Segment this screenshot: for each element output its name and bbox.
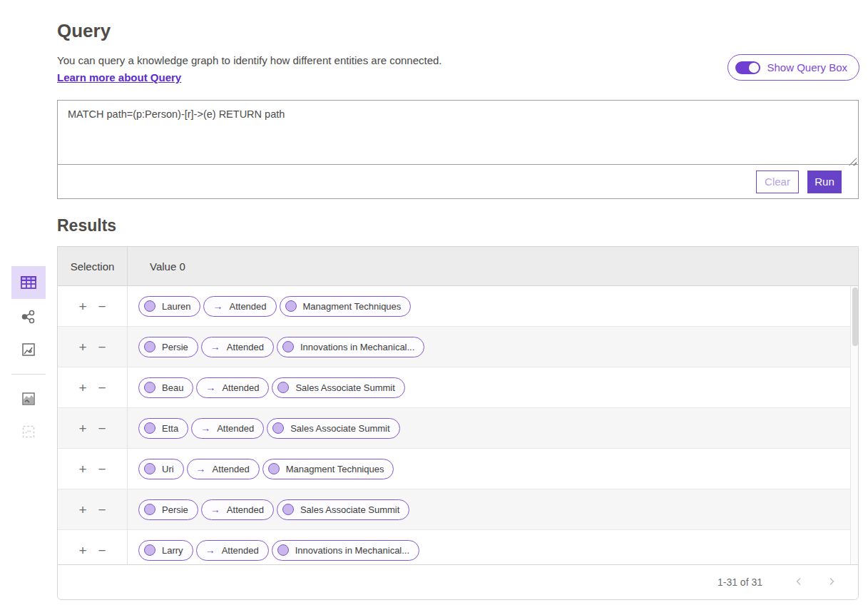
chart-view-icon xyxy=(21,342,36,357)
table-row: + − Persie → Attended Innovations in Mec… xyxy=(58,327,858,367)
entity-pill[interactable]: Uri xyxy=(138,459,184,479)
entity-pill[interactable]: Sales Associate Summit xyxy=(272,377,404,398)
entity-pill[interactable]: Etta xyxy=(138,418,188,439)
entity-node-icon xyxy=(144,382,155,393)
relationship-label: Attended xyxy=(222,382,259,393)
row-value-cell: Uri → Attended Managment Techniques xyxy=(128,459,394,479)
scrollbar-thumb[interactable] xyxy=(852,288,858,346)
entity-pill[interactable]: Managment Techniques xyxy=(262,459,394,479)
relationship-pill[interactable]: → Attended xyxy=(201,337,274,357)
graph-view-icon xyxy=(20,308,37,325)
learn-more-link[interactable]: Learn more about Query xyxy=(57,71,181,83)
sidebar-item-map-view[interactable] xyxy=(11,382,46,415)
show-query-box-toggle[interactable]: Show Query Box xyxy=(727,54,859,81)
remove-from-selection-button[interactable]: − xyxy=(98,381,106,395)
view-sidebar xyxy=(11,266,46,448)
entity-node-icon xyxy=(144,544,155,556)
toggle-knob xyxy=(749,63,759,73)
entity-node-icon xyxy=(285,300,297,312)
add-to-selection-button[interactable]: + xyxy=(78,381,86,395)
remove-from-selection-button[interactable]: − xyxy=(98,544,106,557)
remove-from-selection-button[interactable]: − xyxy=(98,422,106,435)
add-to-selection-button[interactable]: + xyxy=(78,422,86,435)
remove-from-selection-button[interactable]: − xyxy=(98,300,106,313)
entity-pill[interactable]: Innovations in Mechanical... xyxy=(277,337,424,357)
run-button[interactable]: Run xyxy=(807,171,842,193)
row-value-cell: Persie → Attended Sales Associate Summit xyxy=(128,499,409,520)
relationship-pill[interactable]: → Attended xyxy=(196,540,269,561)
relationship-label: Attended xyxy=(213,464,250,474)
entity-node-icon xyxy=(282,504,294,515)
clear-button[interactable]: Clear xyxy=(756,171,799,193)
entity-pill[interactable]: Sales Associate Summit xyxy=(277,499,409,520)
toggle-label: Show Query Box xyxy=(767,61,847,73)
row-selection-cell: + − xyxy=(58,286,128,326)
table-row: + − Larry → Attended Innovations in Mech… xyxy=(58,530,858,564)
entity-pill[interactable]: Lauren xyxy=(138,296,200,317)
entity-pill[interactable]: Larry xyxy=(138,540,193,561)
entity-node-icon xyxy=(144,341,155,352)
entity-label: Lauren xyxy=(162,301,190,312)
entity-pill[interactable]: Persie xyxy=(138,499,198,520)
table-row: + − Persie → Attended Sales Associate Su… xyxy=(58,489,858,530)
sidebar-item-chart-view[interactable] xyxy=(11,333,46,366)
target-entity-label: Sales Associate Summit xyxy=(300,504,399,515)
query-input[interactable]: MATCH path=(p:Person)-[r]->(e) RETURN pa… xyxy=(58,101,858,165)
remove-from-selection-button[interactable]: − xyxy=(98,340,106,354)
column-header-selection: Selection xyxy=(58,247,128,286)
relationship-label: Attended xyxy=(229,301,266,312)
target-entity-label: Innovations in Mechanical... xyxy=(300,342,414,352)
table-body: + − Lauren → Attended Managment Techniqu… xyxy=(58,286,858,564)
sidebar-item-custom-view xyxy=(11,415,46,448)
entity-pill[interactable]: Innovations in Mechanical... xyxy=(272,540,419,561)
add-to-selection-button[interactable]: + xyxy=(78,544,86,557)
arrow-right-icon: → xyxy=(205,544,215,556)
add-to-selection-button[interactable]: + xyxy=(78,503,86,517)
target-entity-label: Managment Techniques xyxy=(303,301,402,312)
entity-pill[interactable]: Sales Associate Summit xyxy=(267,418,399,439)
relationship-pill[interactable]: → Attended xyxy=(196,377,269,398)
page-description: You can query a knowledge graph to ident… xyxy=(57,54,442,66)
relationship-label: Attended xyxy=(227,342,264,352)
relationship-pill[interactable]: → Attended xyxy=(187,459,260,479)
entity-label: Uri xyxy=(162,464,174,474)
table-row: + − Lauren → Attended Managment Techniqu… xyxy=(58,286,858,327)
entity-pill[interactable]: Managment Techniques xyxy=(280,296,412,317)
sidebar-item-graph-view[interactable] xyxy=(11,300,46,333)
pagination-next-button[interactable] xyxy=(822,576,841,589)
target-entity-label: Managment Techniques xyxy=(286,464,384,474)
table-row: + − Etta → Attended Sales Associate Summ… xyxy=(58,408,858,449)
arrow-right-icon: → xyxy=(200,422,210,434)
table-view-icon xyxy=(19,273,38,292)
row-selection-cell: + − xyxy=(58,530,128,564)
entity-label: Etta xyxy=(162,423,178,434)
chevron-left-icon xyxy=(794,578,804,589)
toggle-switch-icon[interactable] xyxy=(735,61,760,74)
target-entity-label: Sales Associate Summit xyxy=(290,423,389,434)
arrow-right-icon: → xyxy=(213,300,223,312)
custom-view-icon xyxy=(21,424,36,439)
row-value-cell: Etta → Attended Sales Associate Summit xyxy=(128,418,400,439)
scrollbar-track[interactable] xyxy=(850,286,858,564)
add-to-selection-button[interactable]: + xyxy=(78,462,86,476)
relationship-pill[interactable]: → Attended xyxy=(203,296,276,317)
add-to-selection-button[interactable]: + xyxy=(78,340,86,354)
entity-node-icon xyxy=(277,382,289,393)
entity-pill[interactable]: Beau xyxy=(138,377,193,398)
relationship-pill[interactable]: → Attended xyxy=(201,499,274,520)
add-to-selection-button[interactable]: + xyxy=(78,300,86,313)
sidebar-item-table-view[interactable] xyxy=(11,266,46,299)
relationship-pill[interactable]: → Attended xyxy=(191,418,264,439)
results-table: Selection Value 0 + − Lauren → Attended … xyxy=(57,246,859,600)
row-value-cell: Larry → Attended Innovations in Mechanic… xyxy=(128,540,419,561)
remove-from-selection-button[interactable]: − xyxy=(98,503,106,517)
remove-from-selection-button[interactable]: − xyxy=(98,462,106,476)
sidebar-divider xyxy=(11,374,46,375)
entity-label: Persie xyxy=(162,342,188,352)
entity-pill[interactable]: Persie xyxy=(138,337,198,357)
entity-label: Persie xyxy=(162,504,188,515)
arrow-right-icon: → xyxy=(205,382,215,393)
query-actions: Clear Run xyxy=(58,165,858,198)
pagination-prev-button[interactable] xyxy=(790,576,808,589)
results-title: Results xyxy=(57,216,116,235)
